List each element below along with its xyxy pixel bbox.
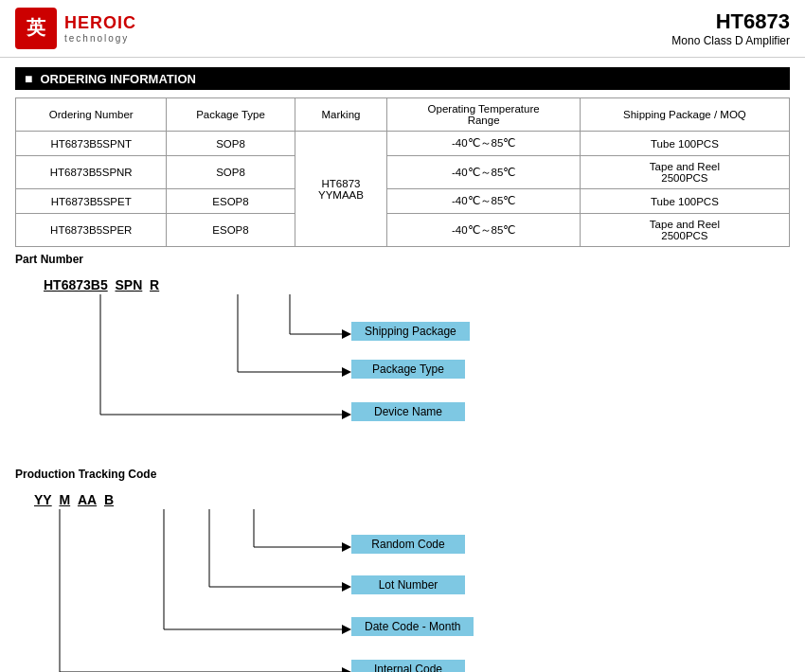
svg-marker-13: [342, 542, 351, 552]
ordering-table: Ordering Number Package Type Marking Ope…: [15, 97, 790, 247]
cell-shipping: Tube 100PCS: [580, 189, 789, 214]
table-header-row: Ordering Number Package Type Marking Ope…: [16, 98, 790, 132]
date-code-month-box: Date Code - Month: [351, 617, 474, 636]
package-type-label: Package Type: [351, 360, 465, 379]
part-number-label: Part Number: [15, 253, 790, 266]
device-name-label: Device Name: [351, 402, 465, 421]
date-code-month-label: Date Code - Month: [351, 617, 474, 636]
cell-temp-range: -40℃～85℃: [387, 156, 580, 189]
svg-marker-4: [342, 329, 351, 339]
table-row: HT6873B5SPETESOP8-40℃～85℃Tube 100PCS: [16, 189, 790, 214]
cell-shipping: Tape and Reel2500PCS: [580, 214, 789, 247]
lot-number-label: Lot Number: [351, 575, 465, 594]
cell-shipping: Tube 100PCS: [580, 132, 789, 156]
random-code-box: Random Code: [351, 535, 465, 554]
random-code-label: Random Code: [351, 535, 465, 554]
product-info: HT6873 Mono Class D Amplifier: [671, 9, 790, 47]
cell-marking: HT6873YYMAAB: [295, 132, 387, 247]
internal-code-label: Internal Code: [351, 660, 465, 672]
col-header-temp-range: Operating TemperatureRange: [387, 98, 580, 132]
cell-package-type: SOP8: [167, 132, 295, 156]
table-row: HT6873B5SPERESOP8-40℃～85℃Tape and Reel25…: [16, 214, 790, 247]
table-row: HT6873B5SPNRSOP8-40℃～85℃Tape and Reel250…: [16, 156, 790, 189]
svg-marker-22: [342, 667, 351, 672]
product-name: HT6873: [671, 9, 790, 34]
svg-marker-16: [342, 582, 351, 592]
cell-shipping: Tape and Reel2500PCS: [580, 156, 789, 189]
device-name-box: Device Name: [351, 402, 465, 421]
logo-text: HEROIC technology: [64, 13, 136, 44]
production-tracking-diagram: YY M AA B Random Code Lot Number Date Co: [15, 492, 790, 672]
cell-ordering-number: HT6873B5SPNT: [16, 132, 167, 156]
cell-ordering-number: HT6873B5SPNR: [16, 156, 167, 189]
logo-area: 英 HEROIC technology: [15, 8, 136, 49]
cell-package-type: ESOP8: [167, 189, 295, 214]
cell-package-type: SOP8: [167, 156, 295, 189]
col-header-shipping: Shipping Package / MOQ: [580, 98, 789, 132]
svg-text:英: 英: [26, 17, 46, 38]
ordering-table-wrapper: Ordering Number Package Type Marking Ope…: [15, 97, 790, 247]
shipping-package-label: Shipping Package: [351, 322, 470, 341]
col-header-package-type: Package Type: [167, 98, 295, 132]
page-header: 英 HEROIC technology HT6873 Mono Class D …: [0, 0, 805, 58]
internal-code-box: Internal Code: [351, 660, 465, 672]
cell-temp-range: -40℃～85℃: [387, 214, 580, 247]
logo-heroic-label: HEROIC: [64, 13, 136, 33]
package-type-box: Package Type: [351, 360, 465, 379]
svg-marker-10: [342, 410, 351, 419]
part-number-diagram: HT6873B5 SPN R Shipping Package Package …: [15, 277, 790, 452]
svg-marker-7: [342, 367, 351, 377]
col-header-ordering-number: Ordering Number: [16, 98, 167, 132]
table-row: HT6873B5SPNTSOP8HT6873YYMAAB-40℃～85℃Tube…: [16, 132, 790, 156]
cell-ordering-number: HT6873B5SPET: [16, 189, 167, 214]
shipping-package-box: Shipping Package: [351, 322, 470, 341]
svg-marker-19: [342, 625, 351, 634]
ordering-section-heading: ORDERING INFORMATION: [15, 67, 790, 90]
lot-number-box: Lot Number: [351, 575, 465, 594]
col-header-marking: Marking: [295, 98, 387, 132]
product-desc: Mono Class D Amplifier: [671, 34, 790, 47]
cell-temp-range: -40℃～85℃: [387, 132, 580, 156]
cell-package-type: ESOP8: [167, 214, 295, 247]
cell-temp-range: -40℃～85℃: [387, 189, 580, 214]
production-tracking-label: Production Tracking Code: [15, 468, 790, 481]
logo-sub-label: technology: [64, 33, 136, 44]
heroic-logo-icon: 英: [15, 8, 57, 49]
cell-ordering-number: HT6873B5SPER: [16, 214, 167, 247]
